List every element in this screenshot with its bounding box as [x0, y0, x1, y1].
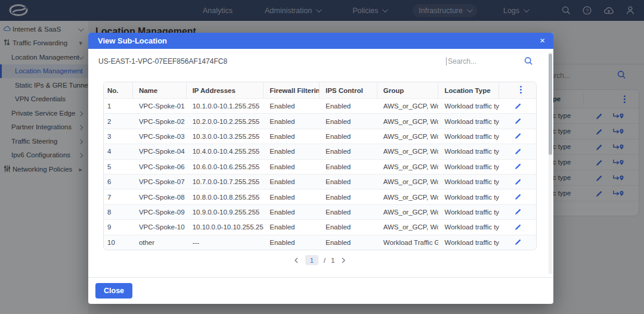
modal-search-input[interactable] [446, 57, 516, 66]
cell-firewall: Enabled [264, 205, 320, 219]
cell-ips: Enabled [320, 220, 377, 234]
cell-group: AWS_or_GCP, Workl... [377, 114, 439, 128]
modal-scrollbar-track[interactable] [549, 52, 552, 274]
cell-location_type: Workload traffic type [438, 144, 499, 158]
cell-ips: Enabled [320, 99, 377, 113]
current-page[interactable]: 1 [305, 255, 318, 265]
close-icon[interactable]: × [540, 35, 545, 46]
cell-actions [499, 175, 536, 189]
cell-actions [499, 129, 536, 144]
page-separator: / [324, 257, 326, 264]
table-row: 6VPC-Spoke-0710.7.0.0-10.7.255.255Enable… [104, 174, 536, 189]
cell-ip: 10.7.0.0-10.7.255.255 [187, 175, 264, 189]
close-button[interactable]: Close [95, 283, 132, 299]
cell-name: other [133, 235, 187, 250]
cell-actions [499, 189, 536, 204]
cell-ip: 10.4.0.0-10.4.255.255 [187, 144, 264, 158]
edit-icon[interactable] [514, 163, 522, 170]
cell-actions [499, 160, 536, 174]
prev-page-icon[interactable] [293, 256, 300, 265]
search-icon[interactable] [524, 57, 533, 68]
cell-group: AWS_or_GCP, Workl... [377, 220, 439, 234]
cell-firewall: Enabled [264, 220, 320, 234]
edit-icon[interactable] [514, 117, 522, 125]
cell-firewall: Enabled [264, 175, 320, 189]
edit-icon[interactable] [514, 178, 522, 186]
cell-firewall: Enabled [264, 99, 320, 113]
pagination: 1 / 1 [103, 255, 537, 265]
modal-header: View Sub-Location × [88, 33, 553, 49]
cell-location_type: Workload traffic type [438, 99, 499, 113]
cell-actions [499, 205, 536, 219]
cell-ip: 10.3.0.0-10.3.255.255 [187, 129, 264, 144]
cell-group: AWS_or_GCP, Workl... [377, 189, 439, 204]
table-row: 7VPC-Spoke-0810.8.0.0-10.8.255.255Enable… [104, 189, 536, 204]
cell-location_type: Workload traffic type [438, 160, 499, 174]
cell-ip: 10.2.0.0-10.2.255.255 [187, 114, 264, 128]
cell-location_type: Workload traffic type [438, 114, 499, 128]
cell-name: VPC-Spoke-04 [133, 144, 187, 158]
cell-ip: 10.9.0.0-10.9.255.255 [187, 205, 264, 219]
edit-icon[interactable] [514, 193, 522, 201]
cell-name: VPC-Spoke-03 [133, 129, 187, 144]
table-row: 4VPC-Spoke-0410.4.0.0-10.4.255.255Enable… [104, 144, 536, 158]
kebab-menu-icon[interactable] [520, 86, 522, 95]
table-row: 1VPC-Spoke-0110.1.0.0-10.1.255.255Enable… [104, 98, 536, 113]
cell-ips: Enabled [320, 160, 377, 174]
cell-actions [499, 144, 536, 158]
cell-ip: 10.8.0.0-10.8.255.255 [187, 189, 264, 204]
cell-group: AWS_or_GCP, Workl... [377, 99, 439, 113]
cell-firewall: Enabled [264, 114, 320, 128]
edit-icon[interactable] [514, 238, 522, 246]
cell-actions [499, 235, 536, 250]
table-header-row: No.NameIP AddressesFirewall FilteringIPS… [104, 82, 536, 98]
cell-group: AWS_or_GCP, Workl... [377, 160, 439, 174]
modal-title: View Sub-Location [98, 36, 167, 45]
table-row: 2VPC-Spoke-0210.2.0.0-10.2.255.255Enable… [104, 113, 536, 128]
cell-name: VPC-Spoke-08 [133, 189, 187, 204]
table-body: 1VPC-Spoke-0110.1.0.0-10.1.255.255Enable… [104, 98, 536, 250]
table-row: 10other---EnabledEnabledWorkload Traffic… [104, 235, 536, 250]
edit-icon[interactable] [514, 102, 522, 110]
cell-ips: Enabled [320, 175, 377, 189]
cell-actions [499, 114, 536, 128]
cell-ip: --- [187, 235, 264, 250]
cell-firewall: Enabled [264, 144, 320, 158]
cell-ips: Enabled [320, 235, 377, 250]
view-sub-location-dialog: View Sub-Location × US-EAST-1-VPC-07EEF8… [88, 33, 553, 304]
column-header-actions [499, 82, 536, 98]
edit-icon[interactable] [514, 208, 522, 216]
edit-icon[interactable] [514, 132, 522, 140]
next-page-icon[interactable] [340, 256, 347, 265]
cell-name: VPC-Spoke-06 [133, 160, 187, 174]
cell-no: 6 [104, 175, 133, 189]
table-row: 9VPC-Spoke-1010.10.0.0-10.10.255.255Enab… [104, 219, 536, 234]
edit-icon[interactable] [514, 148, 522, 156]
cell-no: 7 [104, 189, 133, 204]
cell-actions [499, 220, 536, 234]
cell-location_type: Workload traffic type [438, 205, 499, 219]
cell-no: 10 [104, 235, 133, 250]
cell-group: AWS_or_GCP, Workl... [377, 129, 439, 144]
column-header-ip: IP Addresses [187, 82, 264, 98]
cell-ips: Enabled [320, 205, 377, 219]
cell-firewall: Enabled [264, 235, 320, 250]
column-header-location_type: Location Type [438, 82, 499, 98]
sub-location-table: No.NameIP AddressesFirewall FilteringIPS… [103, 82, 537, 250]
cell-ips: Enabled [320, 114, 377, 128]
cell-group: Workload Traffic Gr... [377, 235, 439, 250]
cell-name: VPC-Spoke-09 [133, 205, 187, 219]
cell-group: AWS_or_GCP, Workl... [377, 205, 439, 219]
cell-location_type: Workload traffic type [438, 220, 499, 234]
cell-name: VPC-Spoke-02 [133, 114, 187, 128]
column-header-no: No. [104, 82, 133, 98]
cell-location_type: Workload traffic type [438, 129, 499, 144]
edit-icon[interactable] [514, 223, 522, 231]
cell-ips: Enabled [320, 144, 377, 158]
column-header-group: Group [377, 82, 439, 98]
cell-no: 2 [104, 114, 133, 128]
cell-ip: 10.6.0.0-10.6.255.255 [187, 160, 264, 174]
cell-group: AWS_or_GCP, Workl... [377, 144, 439, 158]
modal-footer: Close [88, 277, 553, 304]
modal-scrollbar-thumb[interactable] [549, 54, 552, 155]
